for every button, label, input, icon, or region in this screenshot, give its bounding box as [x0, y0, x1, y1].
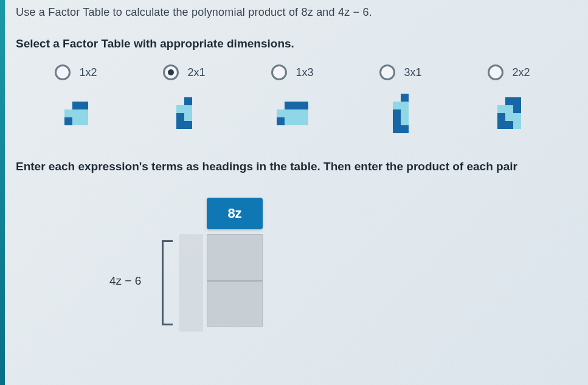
enter-terms-instruction: Enter each expression's terms as heading…: [16, 160, 576, 173]
radio-1x2[interactable]: [55, 64, 71, 80]
option-2x1[interactable]: 2x1: [139, 61, 230, 134]
row-bracket-icon: [162, 240, 173, 325]
option-label-2x1: 2x1: [187, 66, 205, 79]
radio-1x3[interactable]: [271, 64, 287, 80]
option-1x2[interactable]: 1x2: [30, 61, 122, 134]
radio-2x2[interactable]: [488, 64, 503, 80]
option-label-1x3: 1x3: [296, 66, 313, 79]
shape-1x2: [64, 92, 88, 134]
product-cell-2[interactable]: [207, 280, 263, 327]
factor-row-label[interactable]: 4z − 6: [109, 274, 141, 288]
factor-table: 8z 4z − 6: [91, 198, 286, 331]
shape-2x1: [176, 92, 192, 134]
shape-3x1: [393, 92, 409, 134]
shape-1x3: [277, 92, 308, 134]
radio-3x1[interactable]: [379, 64, 395, 80]
option-3x1[interactable]: 3x1: [355, 61, 446, 134]
question-text: Use a Factor Table to calculate the poly…: [16, 6, 576, 19]
option-2x2[interactable]: 2x2: [463, 61, 555, 134]
option-label-2x2: 2x2: [512, 66, 530, 79]
shape-2x2: [497, 92, 521, 134]
product-cell-1[interactable]: [207, 234, 263, 280]
select-dimensions-heading: Select a Factor Table with appropriate d…: [16, 37, 576, 50]
option-label-3x1: 3x1: [404, 66, 421, 79]
option-label-1x2: 1x2: [79, 66, 97, 79]
dimension-options-row: 1x2 2x1 1x3: [30, 61, 576, 134]
factor-column-header[interactable]: 8z: [207, 198, 263, 229]
row-header-slot[interactable]: [179, 234, 203, 331]
option-1x3[interactable]: 1x3: [247, 61, 338, 134]
radio-2x1[interactable]: [163, 64, 179, 80]
